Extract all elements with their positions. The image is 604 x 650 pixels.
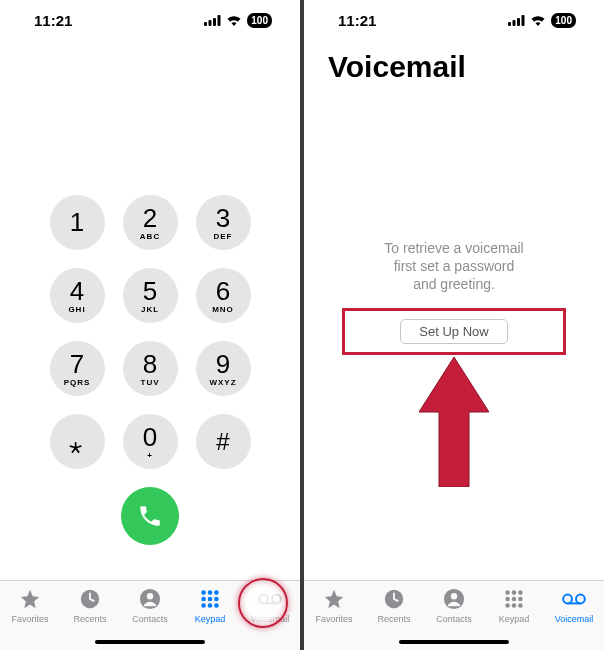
- status-time: 11:21: [338, 12, 376, 29]
- status-bar: 11:21 100: [304, 0, 604, 40]
- key-8[interactable]: 8TUV: [123, 341, 178, 396]
- key-5[interactable]: 5JKL: [123, 268, 178, 323]
- wifi-icon: [226, 15, 242, 26]
- svg-point-13: [201, 603, 206, 608]
- phone-icon: [137, 503, 163, 529]
- voicemail-header: Voicemail: [304, 40, 604, 84]
- key-9[interactable]: 9WXYZ: [196, 341, 251, 396]
- svg-point-35: [563, 595, 572, 604]
- person-icon: [442, 587, 466, 611]
- tab-keypad-label: Keypad: [499, 614, 530, 624]
- cellular-icon: [508, 15, 525, 26]
- annotation-arrow-up: [419, 357, 489, 491]
- phone-screen-keypad: 11:21 100 1 2ABC 3DEF 4GHI 5JKL 6MNO 7PQ…: [0, 0, 300, 650]
- tab-recents[interactable]: Recents: [63, 587, 117, 624]
- key-0[interactable]: 0+: [123, 414, 178, 469]
- svg-point-12: [214, 597, 219, 602]
- keypad-icon: [502, 587, 526, 611]
- clock-icon: [78, 587, 102, 611]
- svg-point-16: [259, 595, 268, 604]
- key-pound[interactable]: #: [196, 414, 251, 469]
- svg-point-31: [518, 597, 523, 602]
- battery-indicator: 100: [551, 13, 576, 28]
- page-title: Voicemail: [328, 50, 580, 84]
- status-time: 11:21: [34, 12, 72, 29]
- tab-keypad[interactable]: Keypad: [487, 587, 541, 624]
- cellular-icon: [204, 15, 221, 26]
- tab-voicemail[interactable]: Voicemail: [547, 587, 601, 624]
- status-indicators: 100: [508, 13, 576, 28]
- svg-point-8: [208, 590, 213, 595]
- voicemail-icon: [258, 587, 282, 611]
- tab-recents-label: Recents: [377, 614, 410, 624]
- svg-point-26: [505, 590, 510, 595]
- tab-voicemail[interactable]: Voicemail: [243, 587, 297, 624]
- call-button[interactable]: [121, 487, 179, 545]
- svg-point-33: [512, 603, 517, 608]
- tab-voicemail-label: Voicemail: [555, 614, 594, 624]
- tab-contacts-label: Contacts: [436, 614, 472, 624]
- tab-keypad[interactable]: Keypad: [183, 587, 237, 624]
- phone-screen-voicemail: 11:21 100 Voicemail To retrieve a voicem…: [304, 0, 604, 650]
- keypad-icon: [198, 587, 222, 611]
- voicemail-body: To retrieve a voicemail first set a pass…: [304, 84, 604, 580]
- status-indicators: 100: [204, 13, 272, 28]
- clock-icon: [382, 587, 406, 611]
- key-7[interactable]: 7PQRS: [50, 341, 105, 396]
- svg-point-14: [208, 603, 213, 608]
- tab-recents-label: Recents: [73, 614, 106, 624]
- wifi-icon: [530, 15, 546, 26]
- setup-now-button[interactable]: Set Up Now: [400, 319, 507, 344]
- svg-point-27: [512, 590, 517, 595]
- tab-recents[interactable]: Recents: [367, 587, 421, 624]
- svg-point-6: [147, 593, 153, 599]
- svg-point-25: [451, 593, 457, 599]
- key-2[interactable]: 2ABC: [123, 195, 178, 250]
- tab-contacts[interactable]: Contacts: [123, 587, 177, 624]
- svg-point-11: [208, 597, 213, 602]
- tab-favorites[interactable]: Favorites: [307, 587, 361, 624]
- tab-contacts[interactable]: Contacts: [427, 587, 481, 624]
- home-indicator[interactable]: [95, 640, 205, 644]
- svg-point-28: [518, 590, 523, 595]
- annotation-highlight-box: Set Up Now: [342, 308, 565, 355]
- svg-rect-19: [508, 22, 511, 26]
- svg-point-17: [272, 595, 281, 604]
- voicemail-icon: [562, 587, 586, 611]
- star-icon: [18, 587, 42, 611]
- keypad-area: 1 2ABC 3DEF 4GHI 5JKL 6MNO 7PQRS 8TUV 9W…: [0, 40, 300, 580]
- tab-voicemail-label: Voicemail: [251, 614, 290, 624]
- tab-favorites-label: Favorites: [11, 614, 48, 624]
- battery-indicator: 100: [247, 13, 272, 28]
- svg-point-15: [214, 603, 219, 608]
- svg-point-36: [576, 595, 585, 604]
- svg-rect-22: [522, 15, 525, 26]
- svg-rect-20: [513, 20, 516, 26]
- svg-point-34: [518, 603, 523, 608]
- svg-point-32: [505, 603, 510, 608]
- tab-contacts-label: Contacts: [132, 614, 168, 624]
- svg-rect-3: [218, 15, 221, 26]
- tab-favorites-label: Favorites: [315, 614, 352, 624]
- key-4[interactable]: 4GHI: [50, 268, 105, 323]
- svg-point-10: [201, 597, 206, 602]
- svg-rect-0: [204, 22, 207, 26]
- svg-point-9: [214, 590, 219, 595]
- keypad-grid: 1 2ABC 3DEF 4GHI 5JKL 6MNO 7PQRS 8TUV 9W…: [50, 195, 251, 469]
- home-indicator[interactable]: [399, 640, 509, 644]
- key-1[interactable]: 1: [50, 195, 105, 250]
- key-6[interactable]: 6MNO: [196, 268, 251, 323]
- key-star[interactable]: ﹡: [50, 414, 105, 469]
- tab-keypad-label: Keypad: [195, 614, 226, 624]
- voicemail-instructions: To retrieve a voicemail first set a pass…: [384, 239, 523, 294]
- svg-point-29: [505, 597, 510, 602]
- person-icon: [138, 587, 162, 611]
- svg-rect-1: [209, 20, 212, 26]
- tab-favorites[interactable]: Favorites: [3, 587, 57, 624]
- key-3[interactable]: 3DEF: [196, 195, 251, 250]
- svg-rect-21: [517, 18, 520, 26]
- svg-point-30: [512, 597, 517, 602]
- star-icon: [322, 587, 346, 611]
- status-bar: 11:21 100: [0, 0, 300, 40]
- svg-point-7: [201, 590, 206, 595]
